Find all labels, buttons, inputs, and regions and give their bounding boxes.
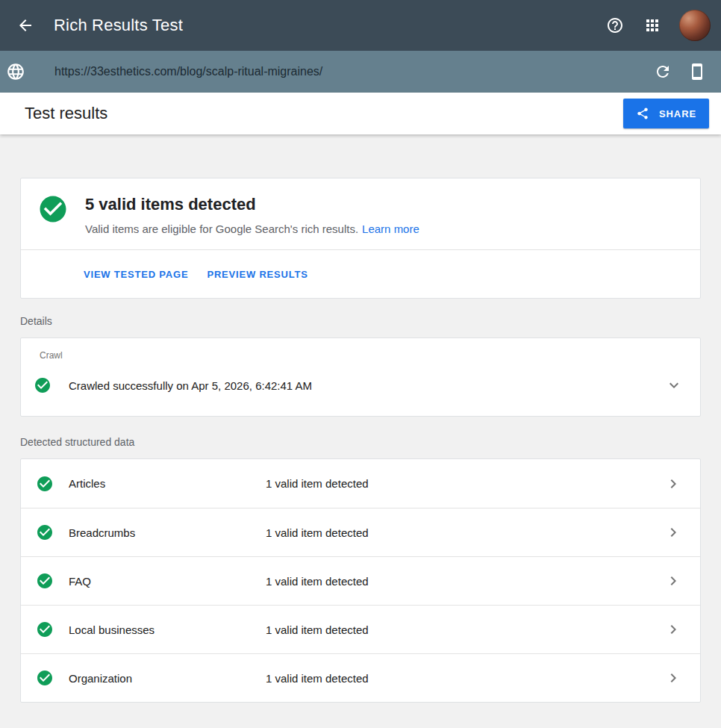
view-tested-page-button[interactable]: VIEW TESTED PAGE	[78, 261, 194, 287]
main-content: 5 valid items detected Valid items are e…	[0, 134, 721, 703]
crawl-status-row[interactable]: Crawled successfully on Apr 5, 2026, 6:4…	[34, 373, 687, 398]
preview-results-button[interactable]: PREVIEW RESULTS	[201, 261, 313, 287]
urlbar-actions	[651, 60, 709, 84]
row-name: Organization	[69, 672, 266, 685]
help-button[interactable]	[600, 10, 630, 40]
structured-data-section-label: Detected structured data	[20, 436, 701, 448]
page-title: Test results	[25, 104, 107, 123]
share-button-label: SHARE	[659, 108, 696, 119]
summary-actions: VIEW TESTED PAGE PREVIEW RESULTS	[21, 250, 700, 298]
crawl-expand-button[interactable]	[665, 376, 683, 394]
mobile-device-button[interactable]	[685, 60, 709, 84]
valid-check-icon	[36, 475, 54, 493]
share-icon	[636, 107, 649, 120]
structured-data-row-local-businesses[interactable]: Local businesses 1 valid item detected	[21, 605, 700, 653]
top-bar: Rich Results Test	[0, 0, 721, 51]
apps-grid-icon	[643, 16, 661, 34]
summary-subtitle: Valid items are eligible for Google Sear…	[85, 221, 419, 237]
structured-data-row-faq[interactable]: FAQ 1 valid item detected	[21, 556, 700, 605]
valid-check-icon	[36, 669, 54, 687]
smartphone-icon	[688, 63, 706, 81]
url-bar: https://33esthetics.com/blog/scalp-ritua…	[0, 51, 721, 93]
learn-more-link[interactable]: Learn more	[362, 223, 419, 235]
crawl-success-check-icon	[34, 376, 52, 394]
chevron-right-icon	[664, 523, 682, 541]
row-status: 1 valid item detected	[266, 575, 664, 588]
avatar[interactable]	[679, 10, 711, 41]
crawl-card: Crawl Crawled successfully on Apr 5, 202…	[20, 337, 701, 417]
success-check-icon	[37, 193, 69, 225]
details-section-label: Details	[20, 315, 701, 327]
row-name: Articles	[69, 477, 266, 490]
valid-check-icon	[36, 572, 54, 590]
tested-url: https://33esthetics.com/blog/scalp-ritua…	[54, 65, 651, 78]
summary-subtitle-text: Valid items are eligible for Google Sear…	[85, 223, 358, 235]
apps-grid-button[interactable]	[637, 10, 667, 40]
chevron-right-icon	[664, 572, 682, 590]
chevron-right-icon	[664, 620, 682, 638]
structured-data-list: Articles 1 valid item detected Breadcrum…	[20, 458, 701, 703]
crawl-status-text: Crawled successfully on Apr 5, 2026, 6:4…	[69, 379, 665, 392]
share-button[interactable]: SHARE	[623, 99, 709, 128]
structured-data-row-articles[interactable]: Articles 1 valid item detected	[21, 459, 700, 508]
refresh-button[interactable]	[651, 60, 675, 84]
row-name: FAQ	[69, 575, 266, 588]
help-icon	[606, 16, 624, 34]
globe-icon	[6, 62, 25, 81]
summary-texts: 5 valid items detected Valid items are e…	[85, 193, 419, 237]
chevron-right-icon	[664, 669, 682, 687]
summary-card: 5 valid items detected Valid items are e…	[20, 178, 701, 299]
row-name: Local businesses	[69, 623, 266, 636]
row-status: 1 valid item detected	[266, 526, 664, 539]
row-status: 1 valid item detected	[266, 623, 664, 636]
results-header-bar: Test results SHARE	[0, 93, 721, 134]
chevron-down-icon	[665, 376, 683, 394]
summary-title: 5 valid items detected	[85, 195, 419, 214]
structured-data-row-breadcrumbs[interactable]: Breadcrumbs 1 valid item detected	[21, 508, 700, 556]
refresh-icon	[654, 63, 672, 81]
row-status: 1 valid item detected	[266, 672, 664, 685]
summary-card-top: 5 valid items detected Valid items are e…	[21, 178, 700, 249]
structured-data-row-organization[interactable]: Organization 1 valid item detected	[21, 653, 700, 702]
back-button[interactable]	[10, 10, 40, 40]
crawl-label: Crawl	[40, 350, 687, 361]
row-name: Breadcrumbs	[69, 526, 266, 539]
chevron-right-icon	[664, 475, 682, 493]
app-title: Rich Results Test	[54, 16, 183, 35]
valid-check-icon	[36, 523, 54, 541]
topbar-actions	[600, 10, 711, 41]
back-arrow-icon	[16, 16, 34, 34]
row-status: 1 valid item detected	[266, 477, 664, 490]
valid-check-icon	[36, 620, 54, 638]
